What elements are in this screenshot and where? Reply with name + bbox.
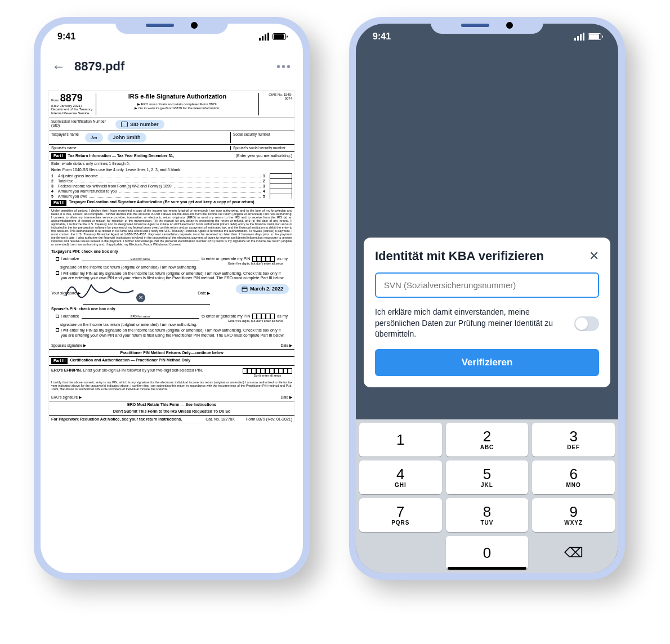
back-arrow-icon[interactable]: ← (52, 59, 65, 74)
income-line: 4Amount you want refunded to you4 (49, 189, 294, 194)
part2-hdr: Part II (51, 200, 66, 205)
checkbox-icon[interactable] (56, 257, 59, 261)
whole-dollars: Enter whole dollars only on lines 1 thro… (49, 160, 294, 167)
ero-firm: ERO firm name (82, 257, 199, 261)
part3-title: Certification and Authentication — Pract… (70, 358, 190, 364)
efin-boxes[interactable] (243, 368, 292, 374)
form-omb: OMB No. 1545-0074 (258, 93, 292, 115)
sid-pill-text: SID number (130, 122, 159, 128)
keypad-key-5[interactable]: 5JKL (446, 460, 529, 494)
taxpayer-name-pill[interactable]: John Smith (108, 133, 146, 142)
ssn-label: Social security number (230, 132, 292, 143)
svg-rect-0 (242, 287, 247, 292)
keypad-key-0[interactable]: 0 (446, 536, 529, 570)
checkbox-icon[interactable] (56, 271, 59, 275)
decl-text: Under penalties of perjury, I declare th… (49, 208, 294, 248)
signature-area[interactable]: Your signature ▶ ✕ Date ▶ March 2, 2022 (49, 282, 294, 305)
verify-button[interactable]: Verifizieren (375, 349, 599, 376)
sid-field-pill[interactable]: SID number (115, 120, 164, 129)
consent-toggle[interactable] (574, 316, 599, 331)
form-foot: Form 8879 (Rev. 01-2021) (246, 417, 292, 422)
keypad-key-3[interactable]: 3DEF (532, 423, 615, 457)
enter-pin-2: to enter or generate my PIN (202, 314, 250, 319)
phone-right: 9:41 ✕ Identität mit KBA verifizieren Ic… (349, 17, 625, 580)
kba-modal: ✕ Identität mit KBA verifizieren Ich erk… (364, 238, 610, 387)
consent-text: Ich erkläre mich damit einverstanden, me… (375, 307, 568, 340)
keypad-key-4[interactable]: 4GHI (359, 460, 442, 494)
date-value: March 2, 2022 (250, 286, 283, 292)
checkbox-icon[interactable] (56, 315, 59, 318)
keypad-key-1[interactable]: 1 (359, 423, 442, 457)
income-line: 2Total tax2 (49, 178, 294, 184)
pin-boxes-2[interactable] (252, 314, 275, 319)
income-line: 1Adjusted gross income1 (49, 173, 294, 178)
income-line: 3Federal income tax withheld from Form(s… (49, 184, 294, 189)
form-rev: (Rev. January 2021) (51, 104, 82, 108)
battery-icon (588, 33, 601, 40)
document-preview[interactable]: Form 8879 (Rev. January 2021) Department… (48, 90, 295, 423)
file-header: ← 8879.pdf ••• (41, 50, 303, 83)
clear-signature-icon[interactable]: ✕ (136, 293, 145, 302)
i-auth: I authorize (61, 257, 79, 261)
home-indicator[interactable] (448, 567, 526, 570)
phone-left: 9:41 ← 8879.pdf ••• Form 8879 (Rev. Janu… (34, 17, 310, 580)
status-indicators (259, 33, 286, 41)
signal-icon (259, 33, 269, 41)
part1-hdr: Part I (51, 153, 66, 159)
form-dept: Department of the Treasury Internal Reve… (51, 108, 92, 115)
sig-line1-sp: signature on the income tax return (orig… (49, 323, 294, 327)
sig-line1: signature on the income tax return (orig… (49, 265, 294, 270)
date-pill[interactable]: March 2, 2022 (236, 284, 289, 294)
more-icon[interactable]: ••• (276, 60, 292, 73)
taxpayer-label: Taxpayer's name (51, 132, 83, 143)
form-sub2: ▶ Go to www.irs.gov/Form8879 for the lat… (99, 106, 256, 110)
keypad-key-8[interactable]: 8TUV (446, 498, 529, 532)
calendar-icon (242, 286, 248, 292)
battery-icon (273, 33, 286, 40)
part1-enter: (Enter year you are authorizing.) (236, 154, 292, 158)
spouse-pin-label: Spouse's PIN: check one box only (51, 307, 115, 311)
spouse-label: Spouse's name (51, 146, 147, 150)
spouse-ssn-label: Spouse's social security number (230, 146, 292, 150)
initials-pill: Jm (85, 133, 103, 142)
i-auth-2: I authorize (61, 314, 79, 319)
form-number: 8879 (60, 92, 83, 104)
date-label-2: Date ▶ (280, 343, 292, 348)
retain2: Don't Submit This Form to the IRS Unless… (113, 409, 230, 413)
retain1: ERO Must Retain This Form — See Instruct… (127, 402, 216, 406)
enter-pin: to enter or generate my PIN (202, 257, 250, 261)
dont-zero: Don't enter all zeros (243, 374, 292, 377)
keypad-key-7[interactable]: 7PQRS (359, 498, 442, 532)
spouse-sig-label: Spouse's signature ▶ (51, 343, 86, 348)
paperwork: For Paperwork Reduction Act Notice, see … (51, 417, 182, 422)
close-icon[interactable]: ✕ (589, 249, 599, 263)
keypad-key-2[interactable]: 2ABC (446, 423, 529, 457)
signature-icon (60, 276, 139, 305)
ero-efin: ERO's EFIN/PIN. Enter your six-digit EFI… (51, 368, 243, 373)
part3-hdr: Part III (51, 358, 68, 364)
form-sub1: ▶ ERO must obtain and retain completed F… (99, 102, 256, 106)
sig-line2-sp: I will enter my PIN as my signature on t… (61, 328, 288, 338)
ssn-input[interactable] (375, 272, 599, 298)
sid-label: Submission Identification Number (SID) (51, 119, 113, 130)
status-time: 9:41 (373, 32, 391, 42)
checkbox-icon[interactable] (56, 328, 59, 332)
ero-firm-2: ERO firm name (82, 315, 199, 319)
keypad-blank (359, 536, 442, 570)
keypad-key-9[interactable]: 9WXYZ (532, 498, 615, 532)
date-label: Date ▶ (198, 291, 210, 296)
status-time: 9:41 (57, 32, 75, 42)
modal-title: Identität mit KBA verifizieren (375, 249, 599, 263)
signal-icon (574, 33, 584, 41)
pin-boxes[interactable] (252, 256, 275, 262)
status-indicators (574, 33, 601, 41)
numeric-keypad: 12ABC3DEF4GHI5JKL6MNO7PQRS8TUV9WXYZ0⌫ (356, 419, 618, 573)
prac-only: Practitioner PIN Method Returns Only—con… (120, 351, 223, 355)
keypad-backspace-icon[interactable]: ⌫ (532, 536, 615, 570)
keypad-key-6[interactable]: 6MNO (532, 460, 615, 494)
notch (431, 17, 543, 34)
form-prefix: Form (51, 99, 59, 102)
date-label-3: Date ▶ (280, 395, 292, 400)
income-line: 5Amount you owe5 (49, 194, 294, 199)
certify-text: I certify that the above numeric entry i… (49, 379, 294, 392)
